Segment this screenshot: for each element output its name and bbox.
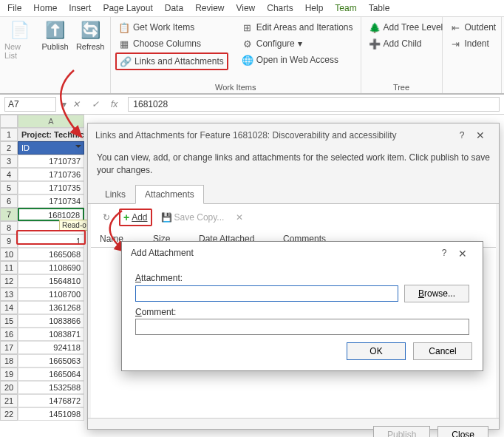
- dialog-close-icon[interactable]: ✕: [469, 129, 491, 141]
- configure-button[interactable]: ⚙ Configure ▾: [239, 36, 356, 51]
- row-header[interactable]: 5: [0, 181, 18, 194]
- row-header[interactable]: 9: [0, 234, 18, 248]
- get-work-items-icon: 📋: [118, 21, 130, 33]
- col-header-a[interactable]: A: [18, 115, 84, 128]
- formula-input[interactable]: 1681028: [128, 97, 500, 112]
- data-cell[interactable]: 1361268: [18, 301, 84, 314]
- configure-icon: ⚙: [242, 38, 253, 50]
- menu-charts[interactable]: Charts: [267, 3, 293, 13]
- add-tree-level-button[interactable]: 🌲 Add Tree Level: [366, 20, 446, 35]
- add-child-button[interactable]: ➕ Add Child: [366, 36, 446, 51]
- data-cell[interactable]: 1451098: [18, 407, 84, 421]
- data-cell[interactable]: 1532588: [18, 381, 84, 394]
- tab-links[interactable]: Links: [95, 185, 135, 204]
- browse-button[interactable]: Browse...: [404, 285, 469, 302]
- fb-enter-icon[interactable]: ✓: [86, 99, 105, 109]
- menu-help[interactable]: Help: [305, 3, 324, 13]
- data-cell[interactable]: 1710735: [18, 181, 84, 194]
- cancel-button[interactable]: Cancel: [413, 342, 472, 360]
- edit-areas-button[interactable]: ⊞ Edit Areas and Iterations: [239, 20, 356, 35]
- row-header[interactable]: 8: [0, 221, 18, 234]
- select-all-cell[interactable]: [0, 115, 18, 128]
- menu-table[interactable]: Table: [369, 3, 390, 13]
- row-header[interactable]: 10: [0, 248, 18, 261]
- new-list-button[interactable]: 📄 New List: [4, 20, 35, 81]
- close-button-dialog[interactable]: Close: [437, 426, 488, 437]
- row-header[interactable]: 12: [0, 274, 18, 288]
- refresh-attachments-icon[interactable]: ↻: [100, 211, 113, 224]
- attachment-input[interactable]: [135, 285, 398, 302]
- publish-icon: ⬆️: [45, 20, 66, 41]
- fb-fx-icon[interactable]: fx: [105, 99, 123, 109]
- refresh-button[interactable]: 🔄 Refresh: [75, 20, 106, 81]
- menu-page-layout[interactable]: Page Layout: [103, 3, 152, 13]
- menu-team[interactable]: Team: [335, 3, 356, 13]
- menu-view[interactable]: View: [236, 3, 255, 13]
- menu-data[interactable]: Data: [165, 3, 183, 13]
- data-cell[interactable]: 1108690: [18, 261, 84, 274]
- row-header[interactable]: 11: [0, 261, 18, 274]
- row-header[interactable]: 22: [0, 407, 18, 421]
- open-web-button[interactable]: 🌐 Open in Web Access: [239, 52, 356, 67]
- data-cell[interactable]: 1564810: [18, 274, 84, 288]
- row-header[interactable]: 4: [0, 168, 18, 181]
- row-header[interactable]: 7: [0, 208, 18, 221]
- project-cell[interactable]: Project: Technica: [18, 128, 84, 141]
- add-attachment-dialog: Add Attachment ? ✕ Attachment: Browse...…: [121, 241, 483, 371]
- plus-icon: +: [123, 211, 129, 223]
- add-attachment-button[interactable]: + Add: [119, 209, 152, 226]
- tab-attachments[interactable]: Attachments: [135, 185, 204, 204]
- data-cell[interactable]: 1665063: [18, 354, 84, 367]
- data-cell[interactable]: 1476872: [18, 394, 84, 407]
- menu-file[interactable]: File: [7, 3, 21, 13]
- row-header[interactable]: 18: [0, 354, 18, 367]
- publish-button-dialog[interactable]: Publish: [373, 426, 430, 437]
- row-header[interactable]: 1: [0, 128, 18, 141]
- row-header[interactable]: 19: [0, 367, 18, 381]
- save-copy-button[interactable]: 💾 Save Copy...: [158, 211, 228, 224]
- outdent-button[interactable]: ⇤ Outdent: [447, 20, 500, 35]
- row-header[interactable]: 13: [0, 288, 18, 301]
- row-header[interactable]: 21: [0, 394, 18, 407]
- data-cell[interactable]: 1: [18, 234, 84, 248]
- add-dialog-help-icon[interactable]: ?: [437, 248, 452, 260]
- menu-review[interactable]: Review: [195, 3, 224, 13]
- data-cell[interactable]: 1665064: [18, 367, 84, 381]
- publish-button[interactable]: ⬆️ Publish: [40, 20, 71, 81]
- row-header[interactable]: 2: [0, 141, 18, 155]
- data-cell[interactable]: 1710736: [18, 168, 84, 181]
- id-header-cell[interactable]: ID: [18, 141, 84, 155]
- row-header[interactable]: 17: [0, 341, 18, 354]
- row-header[interactable]: 15: [0, 314, 18, 328]
- data-cell[interactable]: 1083871: [18, 328, 84, 341]
- row-header[interactable]: 20: [0, 381, 18, 394]
- choose-columns-button[interactable]: ▦ Choose Columns: [115, 36, 228, 51]
- links-icon: 🔗: [120, 55, 132, 67]
- row-header[interactable]: 14: [0, 301, 18, 314]
- data-cell[interactable]: 1665068: [18, 248, 84, 261]
- get-work-items-button[interactable]: 📋 Get Work Items: [115, 20, 228, 35]
- comment-label: Comment:: [135, 302, 176, 319]
- delete-attachment-icon[interactable]: ✕: [233, 211, 246, 224]
- ok-button[interactable]: OK: [347, 342, 406, 360]
- data-cell[interactable]: 924118: [18, 341, 84, 354]
- links-attachments-button[interactable]: 🔗 Links and Attachments: [115, 52, 228, 70]
- ribbon: 📄 New List ⬆️ Publish 🔄 Refresh Work Ite…: [0, 17, 504, 95]
- open-web-icon: 🌐: [242, 54, 253, 66]
- indent-button[interactable]: ⇥ Indent: [447, 36, 500, 51]
- data-cell[interactable]: 1710734: [18, 194, 84, 208]
- menu-insert[interactable]: Insert: [69, 3, 91, 13]
- name-box[interactable]: A7: [4, 97, 56, 112]
- data-cell[interactable]: 1108700: [18, 288, 84, 301]
- row-header[interactable]: 16: [0, 328, 18, 341]
- row-header[interactable]: 6: [0, 194, 18, 208]
- dialog-help-icon[interactable]: ?: [454, 130, 469, 140]
- comment-input[interactable]: [135, 319, 469, 335]
- add-dialog-close-icon[interactable]: ✕: [452, 248, 474, 260]
- row-header[interactable]: 3: [0, 155, 18, 168]
- fb-cancel-icon[interactable]: ✕: [67, 99, 86, 109]
- data-cell[interactable]: 1083866: [18, 314, 84, 328]
- data-cell[interactable]: 1710737: [18, 155, 84, 168]
- menu-home[interactable]: Home: [33, 3, 57, 13]
- save-icon: 💾: [161, 212, 172, 223]
